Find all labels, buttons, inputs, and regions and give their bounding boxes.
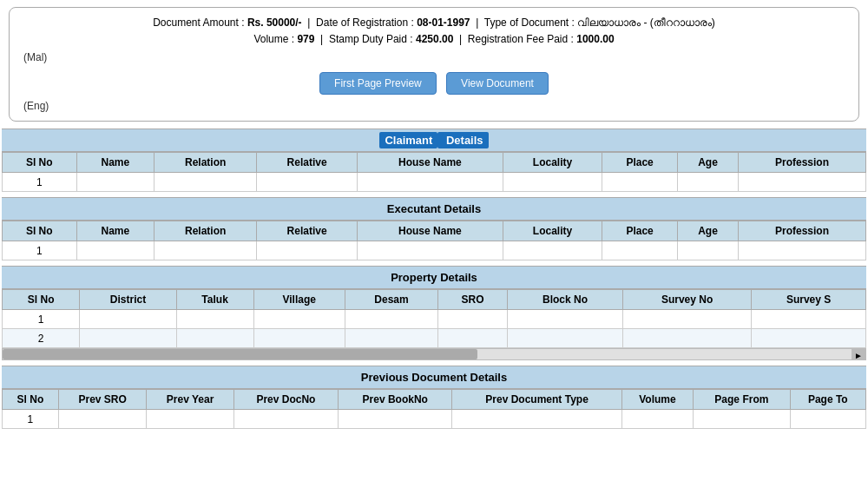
executant-col-housename: House Name [357, 221, 503, 241]
scrollbar-thumb [3, 349, 477, 359]
executant-col-slno: Sl No [3, 221, 77, 241]
property-horizontal-scrollbar[interactable]: ► [2, 348, 866, 360]
volume-value: 979 [297, 33, 314, 45]
claimant-col-age: Age [678, 153, 739, 173]
property-header-row: Sl No District Taluk Village Desam SRO B… [3, 290, 866, 310]
claimant-section-header: Claimant Details [2, 129, 866, 152]
claimant-col-name: Name [76, 153, 155, 173]
prevdoc-cell-0-4 [339, 410, 452, 429]
claimant-label: Claimant [379, 132, 437, 148]
claimant-col-place: Place [602, 153, 678, 173]
property-col-district: District [80, 290, 176, 310]
prevdoc-col-pagefrom: Page From [694, 390, 790, 410]
property-cell-0-2 [176, 310, 253, 329]
table-row: 1 [3, 241, 866, 260]
property-cell-0-8 [752, 310, 866, 329]
prevdoc-col-prevbookno: Prev BookNo [339, 390, 452, 410]
property-label: Property Details [391, 271, 477, 284]
lang-mal: (Mal) [23, 51, 47, 63]
lang-eng: (Eng) [23, 100, 49, 112]
executant-col-profession: Profession [738, 221, 865, 241]
property-col-desam: Desam [345, 290, 437, 310]
executant-col-relation: Relation [155, 221, 257, 241]
previous-doc-label: Previous Document Details [361, 371, 507, 384]
previous-doc-section-header: Previous Document Details [2, 366, 866, 389]
prevdoc-cell-0-0: 1 [3, 410, 59, 429]
executant-table: Sl No Name Relation Relative House Name … [2, 221, 866, 260]
claimant-section: Claimant Details Sl No Name Relation Rel… [2, 129, 866, 192]
property-col-slno: Sl No [3, 290, 80, 310]
property-cell-1-3 [253, 329, 345, 348]
property-section-header: Property Details [2, 266, 866, 289]
stamp-duty-label: Stamp Duty Paid [329, 33, 407, 45]
prevdoc-cell-0-6 [621, 410, 693, 429]
property-section: Property Details Sl No District Taluk Vi… [2, 266, 866, 360]
prevdoc-cell-0-7 [694, 410, 790, 429]
property-cell-0-3 [253, 310, 345, 329]
stamp-duty-value: 4250.00 [416, 33, 453, 45]
prevdoc-col-slno: Sl No [3, 390, 59, 410]
property-cell-1-0: 2 [3, 329, 80, 348]
date-label: Date of Registration [316, 16, 408, 29]
executant-cell-0-4 [357, 241, 503, 260]
prevdoc-col-prevdocno: Prev DocNo [233, 390, 338, 410]
claimant-cell-0-8 [738, 173, 865, 192]
executant-cell-0-6 [602, 241, 678, 260]
doc-amount-value: Rs. 50000/- [247, 16, 302, 29]
claimant-cell-0-6 [602, 173, 678, 192]
prevdoc-col-prevsro: Prev SRO [58, 390, 147, 410]
property-cell-1-1 [80, 329, 176, 348]
property-col-surveys: Survey S [752, 290, 866, 310]
executant-col-place: Place [602, 221, 678, 241]
doc-type-value: വിലയാധാരം - (തീററാധാരം) [577, 16, 715, 29]
property-cell-1-4 [345, 329, 437, 348]
property-cell-0-5 [438, 310, 508, 329]
prevdoc-col-volume: Volume [621, 390, 693, 410]
claimant-col-relation: Relation [155, 153, 257, 173]
property-cell-1-6 [507, 329, 622, 348]
executant-section: Executant Details Sl No Name Relation Re… [2, 197, 866, 260]
executant-cell-0-8 [738, 241, 865, 260]
previous-doc-section: Previous Document Details Sl No Prev SRO… [2, 366, 866, 429]
claimant-col-housename: House Name [357, 153, 503, 173]
executant-header-row: Sl No Name Relation Relative House Name … [3, 221, 866, 241]
prevdoc-col-prevdoctype: Prev Document Type [452, 390, 621, 410]
view-document-button[interactable]: View Document [446, 72, 549, 95]
prevdoc-cell-0-1 [58, 410, 147, 429]
executant-label: Executant Details [387, 202, 481, 215]
claimant-cell-0-2 [155, 173, 257, 192]
reg-fee-label: Registration Fee Paid [468, 33, 568, 45]
property-cell-0-4 [345, 310, 437, 329]
prevdoc-col-prevyear: Prev Year [147, 390, 233, 410]
property-cell-1-2 [176, 329, 253, 348]
executant-col-age: Age [678, 221, 739, 241]
volume-label: Volume [253, 33, 288, 45]
property-cell-1-7 [623, 329, 752, 348]
claimant-suffix: Details [437, 132, 488, 148]
table-row: 2 [3, 329, 866, 348]
property-cell-0-6 [507, 310, 622, 329]
claimant-cell-0-4 [357, 173, 503, 192]
claimant-cell-0-0: 1 [3, 173, 77, 192]
executant-section-header: Executant Details [2, 197, 866, 221]
executant-cell-0-0: 1 [3, 241, 77, 260]
property-cell-0-7 [623, 310, 752, 329]
property-col-sro: SRO [438, 290, 508, 310]
executant-cell-0-5 [503, 241, 602, 260]
previous-doc-table: Sl No Prev SRO Prev Year Prev DocNo Prev… [2, 389, 866, 429]
property-col-surveyno: Survey No [623, 290, 752, 310]
prevdoc-cell-0-2 [147, 410, 233, 429]
property-cell-0-0: 1 [3, 310, 80, 329]
property-cell-1-8 [752, 329, 866, 348]
claimant-cell-0-3 [257, 173, 358, 192]
first-page-preview-button[interactable]: First Page Preview [319, 72, 437, 95]
claimant-cell-0-7 [678, 173, 739, 192]
executant-cell-0-2 [155, 241, 257, 260]
table-row: 1 [3, 173, 866, 192]
claimant-col-relative: Relative [257, 153, 358, 173]
scrollbar-arrow-right[interactable]: ► [852, 349, 865, 360]
table-row: 1 [3, 310, 866, 329]
doc-type-label: Type of Document [484, 16, 569, 29]
claimant-cell-0-5 [503, 173, 602, 192]
property-col-village: Village [253, 290, 345, 310]
